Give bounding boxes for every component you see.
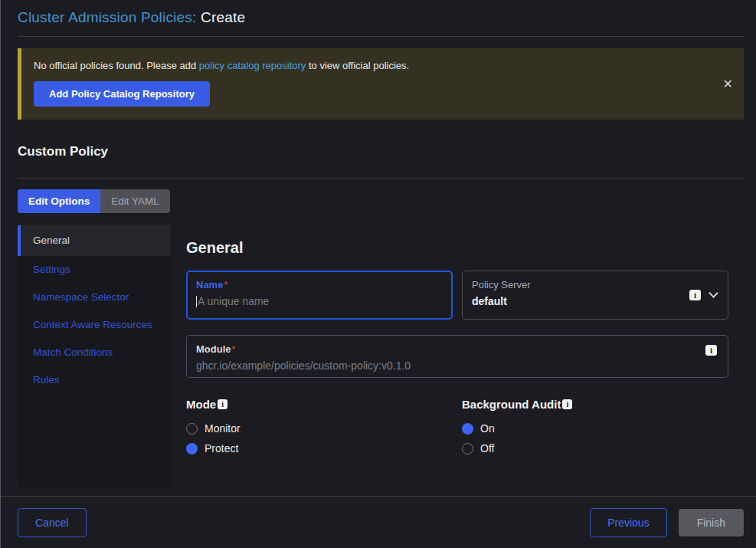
policy-sections-nav: General Settings Namespace Selector Cont… [18,225,171,487]
policy-catalog-repository-link[interactable]: policy catalog repository [199,60,306,71]
sidebar-item-rules[interactable]: Rules [18,366,171,394]
header-divider [18,36,744,37]
mode-group: Mode i Monitor Protect [186,398,453,462]
mode-label: Mode [186,398,216,411]
page-title-prefix: Cluster Admission Policies: [18,9,196,25]
previous-button[interactable]: Previous [590,508,666,537]
background-audit-group: Background Audit i On Off [462,398,728,462]
name-placeholder: A unique name [198,295,269,307]
module-placeholder: ghcr.io/example/policies/custom-policy:v… [196,359,411,372]
name-label: Name [196,279,223,290]
sidebar-item-match-conditions[interactable]: Match Conditions [18,339,171,366]
general-form: General Name* A unique name Policy Serve… [186,225,728,487]
section-divider [18,178,744,179]
banner-message: No official policies found. Please add p… [34,60,713,71]
add-policy-catalog-repository-button[interactable]: Add Policy Catalog Repository [34,81,210,107]
mode-option-protect[interactable]: Protect [186,442,453,454]
chevron-down-icon[interactable] [709,288,718,298]
warning-banner: No official policies found. Please add p… [18,48,744,120]
policy-server-value: default [472,295,507,307]
name-input[interactable]: Name* A unique name [186,271,453,320]
module-input[interactable]: Module* ghcr.io/example/policies/custom-… [186,335,728,378]
info-icon[interactable]: i [705,345,717,356]
page-title-action: Create [201,9,245,25]
radio-unselected-icon [462,443,473,454]
close-icon[interactable]: ✕ [723,78,733,90]
tab-edit-yaml[interactable]: Edit YAML [100,189,170,213]
info-icon[interactable]: i [218,399,227,409]
tab-edit-options[interactable]: Edit Options [18,189,100,213]
background-audit-option-off[interactable]: Off [462,442,728,454]
background-audit-option-on[interactable]: On [462,422,728,435]
sidebar-item-context-aware-resources[interactable]: Context Aware Resources [18,311,171,339]
cancel-button[interactable]: Cancel [18,508,87,537]
finish-button[interactable]: Finish [679,509,744,537]
required-marker: * [224,280,227,290]
background-audit-label: Background Audit [462,398,561,411]
required-marker: * [232,344,236,355]
info-icon[interactable]: i [689,290,701,300]
radio-selected-icon [186,443,198,454]
wizard-footer: Cancel Previous Finish [1,496,756,548]
edit-mode-tabs: Edit Options Edit YAML [18,189,170,213]
radio-unselected-icon [186,423,198,435]
radio-selected-icon [462,423,473,435]
info-icon[interactable]: i [562,399,572,409]
custom-policy-heading: Custom Policy [18,144,756,159]
policy-server-label: Policy Server [472,279,531,290]
sidebar-item-namespace-selector[interactable]: Namespace Selector [18,284,171,311]
sidebar-item-general[interactable]: General [18,225,171,256]
module-label: Module [196,343,231,355]
mode-option-monitor[interactable]: Monitor [186,422,453,435]
page-header: Cluster Admission Policies: Create [1,0,756,26]
text-cursor [196,296,197,307]
sidebar-item-settings[interactable]: Settings [18,256,171,284]
policy-editor: General Settings Namespace Selector Cont… [18,225,744,487]
page-title: Cluster Admission Policies: Create [18,9,739,26]
form-section-heading: General [186,239,728,257]
policy-server-select[interactable]: Policy Server default i [462,271,728,320]
